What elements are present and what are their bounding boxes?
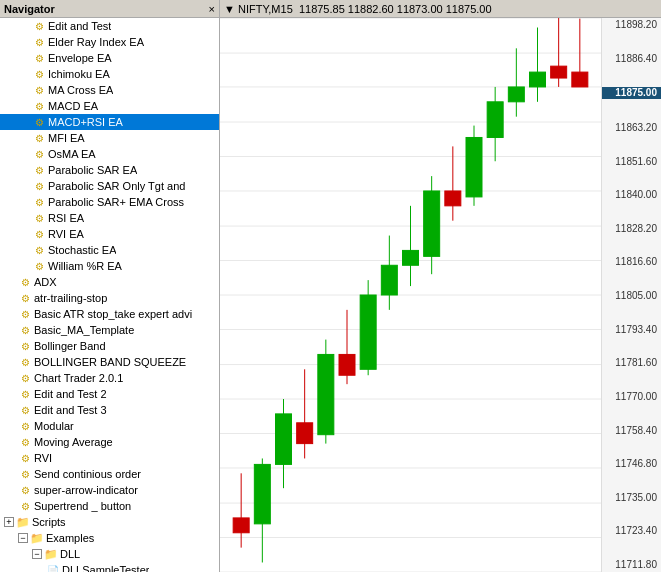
item-label: Ichimoku EA — [48, 68, 110, 80]
tree-item-dll-sample-tester[interactable]: 📄 DLLSampleTester — [0, 562, 219, 572]
tree-item-envelope-ea[interactable]: ⚙ Envelope EA — [0, 50, 219, 66]
folder-icon: 📁 — [44, 547, 58, 561]
ea-icon: ⚙ — [18, 371, 32, 385]
price-label: 11735.00 — [602, 493, 661, 503]
tree-item-edit-and-test-2[interactable]: ⚙ Edit and Test 2 — [0, 386, 219, 402]
tree-item-scripts-folder[interactable]: + 📁 Scripts — [0, 514, 219, 530]
tree-item-ichimoku-ea[interactable]: ⚙ Ichimoku EA — [0, 66, 219, 82]
price-label: 11781.60 — [602, 358, 661, 368]
navigator-close-button[interactable]: × — [209, 3, 215, 15]
tree-item-atr-trailing-stop[interactable]: ⚙ atr-trailing-stop — [0, 290, 219, 306]
ea-icon: ⚙ — [32, 83, 46, 97]
item-label: Moving Average — [34, 436, 113, 448]
chart-header: ▼ NIFTY,M15 11875.85 11882.60 11873.00 1… — [220, 0, 661, 18]
price-label: 11828.20 — [602, 224, 661, 234]
tree-item-parabolic-sar-ea[interactable]: ⚙ Parabolic SAR EA — [0, 162, 219, 178]
item-label: MFI EA — [48, 132, 85, 144]
ea-icon: ⚙ — [32, 51, 46, 65]
ea-icon: ⚙ — [32, 259, 46, 273]
price-label: 11898.20 — [602, 20, 661, 30]
ea-icon: ⚙ — [18, 467, 32, 481]
tree-item-chart-trader[interactable]: ⚙ Chart Trader 2.0.1 — [0, 370, 219, 386]
ea-icon: ⚙ — [18, 499, 32, 513]
item-label: DLLSampleTester — [62, 564, 149, 572]
tree-item-basic-atr-stop[interactable]: ⚙ Basic ATR stop_take expert advi — [0, 306, 219, 322]
ea-icon: ⚙ — [18, 483, 32, 497]
tree-item-parabolic-sar-only-tgt[interactable]: ⚙ Parabolic SAR Only Tgt and — [0, 178, 219, 194]
price-label: 11746.80 — [602, 459, 661, 469]
ea-icon: ⚙ — [32, 163, 46, 177]
price-label: 11816.60 — [602, 257, 661, 267]
price-label: 11723.40 — [602, 526, 661, 536]
tree-item-bollinger-band-squeeze[interactable]: ⚙ BOLLINGER BAND SQUEEZE — [0, 354, 219, 370]
navigator-tree[interactable]: ⚙ Edit and Test ⚙ Elder Ray Index EA ⚙ E… — [0, 18, 219, 572]
script-icon: 📄 — [46, 563, 60, 572]
item-label: Edit and Test 3 — [34, 404, 107, 416]
item-label: RVI EA — [48, 228, 84, 240]
tree-item-rvi[interactable]: ⚙ RVI — [0, 450, 219, 466]
item-label: atr-trailing-stop — [34, 292, 107, 304]
tree-item-edit-and-test[interactable]: ⚙ Edit and Test — [0, 18, 219, 34]
tree-item-parabolic-sar-ema-cross[interactable]: ⚙ Parabolic SAR+ EMA Cross — [0, 194, 219, 210]
tree-item-mfi-ea[interactable]: ⚙ MFI EA — [0, 130, 219, 146]
tree-item-bollinger-band[interactable]: ⚙ Bollinger Band — [0, 338, 219, 354]
item-label: ADX — [34, 276, 57, 288]
toggle-icon[interactable]: − — [18, 533, 28, 543]
ea-icon: ⚙ — [32, 227, 46, 241]
tree-item-send-continious-order[interactable]: ⚙ Send continious order — [0, 466, 219, 482]
tree-item-william-r-ea[interactable]: ⚙ William %R EA — [0, 258, 219, 274]
tree-item-osma-ea[interactable]: ⚙ OsMA EA — [0, 146, 219, 162]
tree-item-rvi-ea[interactable]: ⚙ RVI EA — [0, 226, 219, 242]
price-label: 11770.00 — [602, 392, 661, 402]
item-label: BOLLINGER BAND SQUEEZE — [34, 356, 186, 368]
tree-item-elder-ray-index-ea[interactable]: ⚙ Elder Ray Index EA — [0, 34, 219, 50]
price-label: 11711.80 — [602, 560, 661, 570]
toggle-icon[interactable]: + — [4, 517, 14, 527]
tree-item-dll-folder[interactable]: − 📁 DLL — [0, 546, 219, 562]
item-label: Envelope EA — [48, 52, 112, 64]
ea-icon: ⚙ — [32, 179, 46, 193]
price-label: 11851.60 — [602, 157, 661, 167]
chart-canvas — [220, 18, 601, 572]
tree-item-edit-and-test-3[interactable]: ⚙ Edit and Test 3 — [0, 402, 219, 418]
item-label: Elder Ray Index EA — [48, 36, 144, 48]
ea-icon: ⚙ — [32, 131, 46, 145]
tree-item-examples-folder[interactable]: − 📁 Examples — [0, 530, 219, 546]
tree-item-supertrend-button[interactable]: ⚙ Supertrend _ button — [0, 498, 219, 514]
tree-item-ma-cross-ea[interactable]: ⚙ MA Cross EA — [0, 82, 219, 98]
ea-icon: ⚙ — [18, 323, 32, 337]
tree-item-rsi-ea[interactable]: ⚙ RSI EA — [0, 210, 219, 226]
tree-item-macd-ea[interactable]: ⚙ MACD EA — [0, 98, 219, 114]
ea-icon: ⚙ — [18, 419, 32, 433]
folder-icon: 📁 — [30, 531, 44, 545]
item-label: Parabolic SAR Only Tgt and — [48, 180, 185, 192]
chart-title: ▼ NIFTY,M15 11875.85 11882.60 11873.00 1… — [224, 3, 492, 15]
tree-item-stochastic-ea[interactable]: ⚙ Stochastic EA — [0, 242, 219, 258]
tree-item-adx[interactable]: ⚙ ADX — [0, 274, 219, 290]
item-label: Basic ATR stop_take expert advi — [34, 308, 192, 320]
ea-icon: ⚙ — [18, 403, 32, 417]
item-label: Supertrend _ button — [34, 500, 131, 512]
ea-icon: ⚙ — [18, 451, 32, 465]
toggle-icon[interactable]: − — [32, 549, 42, 559]
item-label: super-arrow-indicator — [34, 484, 138, 496]
item-label: DLL — [60, 548, 80, 560]
item-label: William %R EA — [48, 260, 122, 272]
ea-icon: ⚙ — [18, 275, 32, 289]
item-label: RSI EA — [48, 212, 84, 224]
ea-icon: ⚙ — [32, 243, 46, 257]
ea-icon: ⚙ — [32, 35, 46, 49]
tree-item-macd-rsi-ea[interactable]: ⚙ MACD+RSI EA — [0, 114, 219, 130]
item-label: Edit and Test 2 — [34, 388, 107, 400]
chart-canvas-area[interactable]: 11898.2011886.4011875.0011863.2011851.60… — [220, 18, 661, 572]
tree-item-basic-ma-template[interactable]: ⚙ Basic_MA_Template — [0, 322, 219, 338]
ea-icon: ⚙ — [32, 19, 46, 33]
chart-area: ▼ NIFTY,M15 11875.85 11882.60 11873.00 1… — [220, 0, 661, 572]
item-label: Basic_MA_Template — [34, 324, 134, 336]
ea-icon: ⚙ — [18, 339, 32, 353]
tree-item-super-arrow-indicator[interactable]: ⚙ super-arrow-indicator — [0, 482, 219, 498]
tree-item-moving-average[interactable]: ⚙ Moving Average — [0, 434, 219, 450]
tree-item-modular[interactable]: ⚙ Modular — [0, 418, 219, 434]
ea-icon: ⚙ — [18, 355, 32, 369]
item-label: RVI — [34, 452, 52, 464]
